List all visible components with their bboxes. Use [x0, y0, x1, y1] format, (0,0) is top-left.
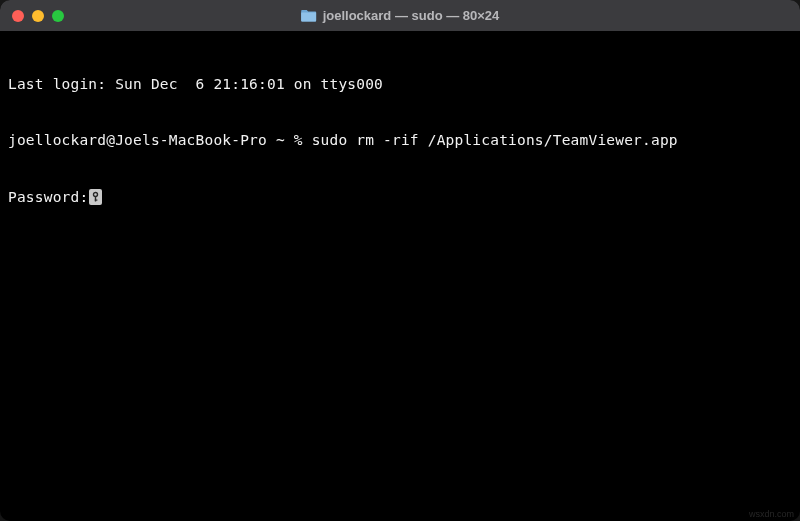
minimize-button[interactable]	[32, 10, 44, 22]
password-line: Password:	[8, 188, 792, 207]
traffic-lights	[12, 10, 64, 22]
last-login-line: Last login: Sun Dec 6 21:16:01 on ttys00…	[8, 75, 792, 94]
titlebar: joellockard — sudo — 80×24	[0, 0, 800, 31]
zoom-button[interactable]	[52, 10, 64, 22]
svg-point-0	[94, 193, 98, 197]
command-line: joellockard@Joels-MacBook-Pro ~ % sudo r…	[8, 131, 792, 150]
command-text: sudo rm -rif /Applications/TeamViewer.ap…	[312, 132, 678, 148]
password-prompt: Password:	[8, 188, 88, 207]
folder-icon	[301, 9, 317, 22]
svg-rect-2	[95, 200, 98, 201]
terminal-window: joellockard — sudo — 80×24 Last login: S…	[0, 0, 800, 521]
watermark: wsxdn.com	[749, 509, 794, 519]
close-button[interactable]	[12, 10, 24, 22]
prompt-text: joellockard@Joels-MacBook-Pro ~ %	[8, 132, 312, 148]
window-title: joellockard — sudo — 80×24	[323, 8, 500, 23]
terminal-body[interactable]: Last login: Sun Dec 6 21:16:01 on ttys00…	[0, 31, 800, 248]
window-title-area: joellockard — sudo — 80×24	[301, 8, 500, 23]
key-icon	[89, 189, 102, 205]
